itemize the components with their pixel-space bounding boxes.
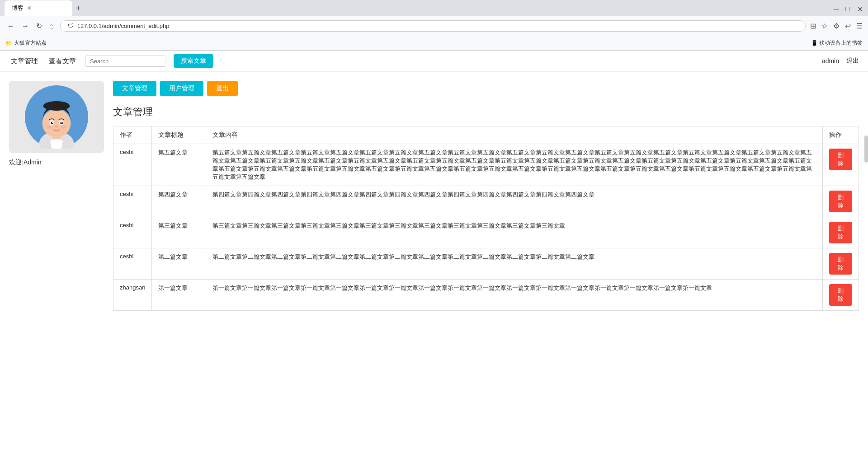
table-row: ceshi第二篇文章第二篇文章第二篇文章第二篇文章第二篇文章第二篇文章第二篇文章…	[113, 248, 859, 280]
refresh-button[interactable]: ↻	[34, 21, 44, 31]
top-logout-button[interactable]: 退出	[846, 57, 859, 65]
cell-content: 第三篇文章第三篇文章第三篇文章第三篇文章第三篇文章第三篇文章第三篇文章第三篇文章…	[206, 217, 823, 248]
cell-action: 删除	[823, 186, 859, 217]
cell-author: zhangsan	[113, 280, 152, 311]
window-controls: ─ □ ✕	[834, 5, 863, 11]
cell-action: 删除	[823, 280, 859, 311]
logout-button[interactable]: 退出	[207, 81, 238, 96]
action-buttons: 文章管理 用户管理 退出	[113, 81, 859, 96]
welcome-text: 欢迎:Admin	[9, 159, 104, 167]
search-button[interactable]: 搜索文章	[174, 54, 213, 68]
svg-point-13	[61, 126, 66, 129]
col-content-header: 文章内容	[206, 126, 823, 144]
bookmark-firefox[interactable]: 📁 火狐官方站点	[5, 39, 47, 47]
delete-button[interactable]: 删除	[829, 191, 852, 212]
article-manage-button[interactable]: 文章管理	[113, 81, 156, 96]
minimize-button[interactable]: ─	[834, 5, 840, 11]
titlebar: 博客 ✕ + ─ □ ✕	[0, 0, 868, 16]
col-author-header: 作者	[113, 126, 152, 144]
menu-icon[interactable]: ☰	[856, 22, 863, 30]
scrollbar[interactable]	[864, 135, 868, 163]
page-title: 文章管理	[113, 105, 859, 119]
cell-content: 第二篇文章第二篇文章第二篇文章第二篇文章第二篇文章第二篇文章第二篇文章第二篇文章…	[206, 248, 823, 280]
cell-title: 第三篇文章	[152, 217, 206, 248]
table-header-row: 作者 文章标题 文章内容 操作	[113, 126, 859, 144]
tab-title: 博客	[12, 4, 24, 12]
maximize-button[interactable]: □	[845, 5, 852, 11]
article-manage-nav[interactable]: 文章管理	[9, 55, 40, 67]
extensions-icon[interactable]: ⊞	[810, 22, 816, 30]
cell-content: 第一篇文章第一篇文章第一篇文章第一篇文章第一篇文章第一篇文章第一篇文章第一篇文章…	[206, 280, 823, 311]
cell-author: ceshi	[113, 217, 152, 248]
address-bar: ← → ↻ ⌂ 🛡 127.0.0.1/admin/comment_edit.p…	[0, 16, 868, 36]
cell-author: ceshi	[113, 248, 152, 280]
delete-button[interactable]: 删除	[829, 222, 852, 243]
article-table: 作者 文章标题 文章内容 操作 ceshi第五篇文章第五篇文章第五篇文章第五篇文…	[113, 126, 859, 311]
cell-action: 删除	[823, 144, 859, 186]
mobile-bookmark-label: 移动设备上的书签	[819, 40, 863, 46]
cell-action: 删除	[823, 217, 859, 248]
cell-author: ceshi	[113, 186, 152, 217]
svg-point-3	[42, 109, 71, 138]
admin-username: admin	[822, 57, 839, 65]
tab-close-button[interactable]: ✕	[27, 5, 32, 11]
view-article-nav[interactable]: 查看文章	[47, 55, 78, 67]
close-button[interactable]: ✕	[857, 5, 863, 11]
delete-button[interactable]: 删除	[829, 284, 852, 306]
user-manage-button[interactable]: 用户管理	[160, 81, 203, 96]
bookmark-star-icon[interactable]: ☆	[821, 22, 828, 30]
cell-content: 第五篇文章第五篇文章第五篇文章第五篇文章第五篇文章第五篇文章第五篇文章第五篇文章…	[206, 144, 823, 186]
svg-point-12	[47, 126, 52, 129]
top-nav: 文章管理 查看文章 搜索文章 admin 退出	[0, 51, 868, 72]
cell-action: 删除	[823, 248, 859, 280]
col-action-header: 操作	[823, 126, 859, 144]
table-row: ceshi第四篇文章第四篇文章第四篇文章第四篇文章第四篇文章第四篇文章第四篇文章…	[113, 186, 859, 217]
cell-content: 第四篇文章第四篇文章第四篇文章第四篇文章第四篇文章第四篇文章第四篇文章第四篇文章…	[206, 186, 823, 217]
mobile-icon: 📱	[811, 40, 818, 46]
folder-icon: 📁	[5, 40, 12, 47]
avatar	[25, 85, 88, 149]
home-button[interactable]: ⌂	[47, 21, 56, 31]
main-layout: 欢迎:Admin 文章管理 用户管理 退出 文章管理 作者 文章标题 文章内容 …	[0, 72, 868, 320]
browser-action-icons: ⊞ ☆ ⚙ ↩ ☰	[810, 22, 863, 30]
table-row: zhangsan第一篇文章第一篇文章第一篇文章第一篇文章第一篇文章第一篇文章第一…	[113, 280, 859, 311]
url-text: 127.0.0.1/admin/comment_edit.php	[77, 23, 170, 29]
svg-point-7	[52, 122, 53, 123]
page-wrapper: 文章管理 查看文章 搜索文章 admin 退出	[0, 51, 868, 462]
shield-icon: 🛡	[68, 23, 74, 29]
forward-button[interactable]: →	[20, 21, 31, 31]
cell-author: ceshi	[113, 144, 152, 186]
table-row: ceshi第五篇文章第五篇文章第五篇文章第五篇文章第五篇文章第五篇文章第五篇文章…	[113, 144, 859, 186]
cell-title: 第五篇文章	[152, 144, 206, 186]
cell-title: 第四篇文章	[152, 186, 206, 217]
table-row: ceshi第三篇文章第三篇文章第三篇文章第三篇文章第三篇文章第三篇文章第三篇文章…	[113, 217, 859, 248]
svg-point-4	[43, 101, 70, 111]
new-tab-button[interactable]: +	[72, 2, 85, 15]
svg-point-10	[61, 122, 62, 123]
settings-icon[interactable]: ⚙	[833, 22, 840, 30]
content-area: 文章管理 用户管理 退出 文章管理 作者 文章标题 文章内容 操作 ceshi第…	[113, 81, 859, 311]
history-back-icon[interactable]: ↩	[845, 22, 851, 30]
col-title-header: 文章标题	[152, 126, 206, 144]
mobile-bookmarks[interactable]: 📱 移动设备上的书签	[811, 39, 863, 47]
sidebar: 欢迎:Admin	[9, 81, 104, 311]
cell-title: 第一篇文章	[152, 280, 206, 311]
avatar-container	[9, 81, 104, 153]
svg-point-11	[55, 126, 58, 127]
tab-bar: 博客 ✕ +	[5, 0, 85, 16]
top-nav-right: admin 退出	[822, 57, 859, 65]
search-input[interactable]	[85, 56, 166, 67]
active-tab[interactable]: 博客 ✕	[5, 0, 72, 16]
delete-button[interactable]: 删除	[829, 253, 852, 275]
back-button[interactable]: ←	[5, 21, 16, 31]
nav-buttons: ← → ↻ ⌂	[5, 21, 56, 31]
browser-chrome: 博客 ✕ + ─ □ ✕ ← → ↻ ⌂ 🛡 127.0.0.1/admin/c…	[0, 0, 868, 51]
cell-title: 第二篇文章	[152, 248, 206, 280]
url-bar[interactable]: 🛡 127.0.0.1/admin/comment_edit.php	[60, 20, 806, 32]
delete-button[interactable]: 删除	[829, 149, 852, 170]
bookmark-label: 火狐官方站点	[14, 39, 47, 47]
bookmarks-bar: 📁 火狐官方站点 📱 移动设备上的书签	[0, 36, 868, 51]
